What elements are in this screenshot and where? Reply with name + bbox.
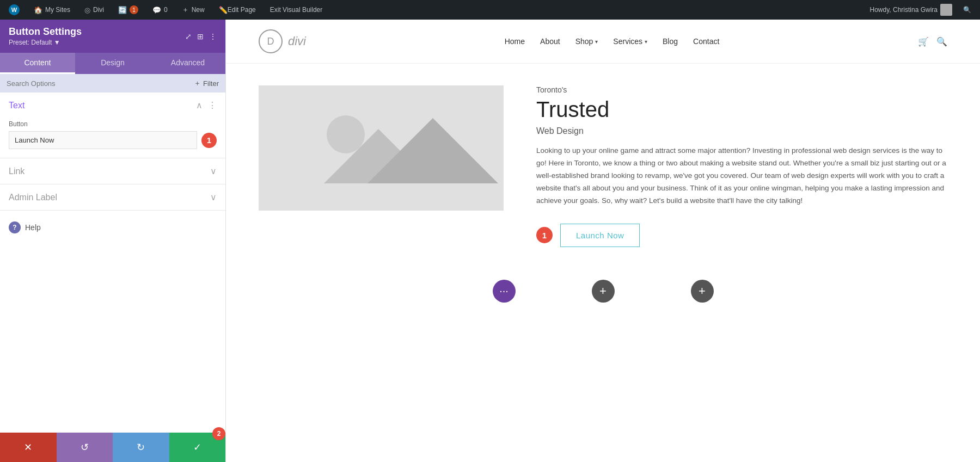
edit-page-button[interactable]: ✏️ Edit Page <box>216 0 259 20</box>
text-section-icons: ∧ ⋮ <box>196 100 217 110</box>
text-section-content: Button 1 <box>0 118 225 158</box>
my-sites-label: My Sites <box>45 6 70 14</box>
howdy-label: Howdy, Christina Gwira <box>870 6 938 14</box>
link-chevron-icon[interactable]: ∨ <box>210 166 217 176</box>
admin-label-section-header[interactable]: Admin Label ∨ <box>0 184 225 210</box>
button-badge: 1 <box>201 133 217 148</box>
svg-point-3 <box>327 115 365 153</box>
new-label: New <box>192 6 205 14</box>
button-text-input[interactable] <box>9 131 197 149</box>
edit-page-label: Edit Page <box>228 6 256 14</box>
save-badge: 2 <box>212 427 225 440</box>
filter-plus-icon: ＋ <box>194 78 201 88</box>
bottom-controls: ··· + + <box>226 269 980 308</box>
exit-label: Exit Visual Builder <box>270 6 323 14</box>
cart-icon[interactable]: 🛒 <box>918 36 929 47</box>
section-more-icon[interactable]: ⋮ <box>208 100 217 110</box>
divi-item[interactable]: ◎ Divi <box>81 0 107 20</box>
text-section-header[interactable]: Text ∧ ⋮ <box>0 93 225 118</box>
text-section: Text ∧ ⋮ Button 1 <box>0 93 225 158</box>
divi-label: Divi <box>93 6 104 14</box>
button-field-row: 1 <box>9 131 217 149</box>
redo-button[interactable]: ↻ <box>113 433 169 462</box>
search-admin-icon: 🔍 <box>963 6 971 14</box>
howdy-item[interactable]: Howdy, Christina Gwira <box>867 0 955 20</box>
placeholder-svg <box>259 85 504 211</box>
page-content: Toronto's Trusted Web Design Looking to … <box>226 64 980 269</box>
nav-shop[interactable]: Shop ▾ <box>575 37 598 46</box>
text-section-title: Text <box>9 101 24 110</box>
comment-count-item[interactable]: 💬 0 <box>149 0 171 20</box>
tab-design[interactable]: Design <box>75 53 150 74</box>
tab-advanced[interactable]: Advanced <box>150 53 225 74</box>
comment-zero: 0 <box>164 6 168 14</box>
search-bar: ＋ Filter <box>0 74 225 93</box>
site-logo: D divi <box>259 29 306 53</box>
panel-header: Button Settings Preset: Default ▼ ⤢ ⊞ ⋮ <box>0 20 225 53</box>
module-options-button[interactable]: ··· <box>493 280 516 303</box>
comments-item[interactable]: 🔄 1 <box>115 0 142 20</box>
main-heading: Trusted <box>536 97 947 122</box>
search-options-input[interactable] <box>7 79 115 88</box>
collapse-icon[interactable]: ∧ <box>196 100 203 110</box>
plus-icon-1: + <box>599 284 607 298</box>
preview-area: D divi Home About Shop ▾ Services ▾ <box>226 20 980 462</box>
admin-label-title: Admin Label <box>9 193 57 202</box>
left-panel: Button Settings Preset: Default ▼ ⤢ ⊞ ⋮ … <box>0 20 226 462</box>
nav-icons: 🛒 🔍 <box>918 36 947 47</box>
admin-bar: W 🏠 My Sites ◎ Divi 🔄 1 💬 0 ＋ New ✏️ Edi… <box>0 0 980 20</box>
panel-header-icons: ⤢ ⊞ ⋮ <box>185 32 217 41</box>
nav-about[interactable]: About <box>540 37 560 46</box>
nav-home[interactable]: Home <box>505 37 525 46</box>
body-text: Looking to up your online game and attra… <box>536 145 947 207</box>
comments-badge: 1 <box>130 5 138 14</box>
expand-icon[interactable]: ⤢ <box>185 32 192 41</box>
save-icon: ✓ <box>193 441 201 453</box>
help-label: Help <box>25 223 41 232</box>
bottom-bar: ✕ ↺ ↻ ✓ 2 <box>0 433 225 462</box>
new-item[interactable]: ＋ New <box>179 0 208 20</box>
content-image <box>259 85 504 211</box>
add-column-button-2[interactable]: + <box>691 280 714 303</box>
main-layout: Button Settings Preset: Default ▼ ⤢ ⊞ ⋮ … <box>0 20 980 462</box>
nav-links: Home About Shop ▾ Services ▾ Blog Contac <box>505 37 720 46</box>
logo-text: divi <box>288 34 306 48</box>
wp-icon-item[interactable]: W <box>5 0 23 20</box>
undo-button[interactable]: ↺ <box>57 433 113 462</box>
help-area: ? Help <box>0 211 225 244</box>
launch-badge: 1 <box>536 227 553 243</box>
cancel-icon: ✕ <box>24 441 32 453</box>
avatar <box>940 4 952 16</box>
link-section-title: Link <box>9 167 24 176</box>
filter-button[interactable]: ＋ Filter <box>194 78 219 88</box>
panel-preset[interactable]: Preset: Default ▼ <box>9 39 82 46</box>
cancel-button[interactable]: ✕ <box>0 433 57 462</box>
panel-header-info: Button Settings Preset: Default ▼ <box>9 26 82 46</box>
panel-title: Button Settings <box>9 26 82 38</box>
nav-services[interactable]: Services ▾ <box>613 37 647 46</box>
shop-chevron-icon: ▾ <box>595 39 598 45</box>
tab-content[interactable]: Content <box>0 53 75 74</box>
nav-contact[interactable]: Contact <box>693 37 719 46</box>
admin-label-chevron-icon[interactable]: ∨ <box>210 192 217 202</box>
link-section-header[interactable]: Link ∨ <box>0 158 225 184</box>
more-icon[interactable]: ⋮ <box>209 32 217 41</box>
exit-visual-builder-button[interactable]: Exit Visual Builder <box>267 0 326 20</box>
admin-bar-right: Howdy, Christina Gwira 🔍 <box>867 0 975 20</box>
help-icon[interactable]: ? <box>9 221 21 233</box>
search-admin-item[interactable]: 🔍 <box>960 0 975 20</box>
undo-icon: ↺ <box>81 441 89 453</box>
logo-circle: D <box>259 29 283 53</box>
admin-label-section: Admin Label ∨ <box>0 184 225 211</box>
tab-bar: Content Design Advanced <box>0 53 225 74</box>
launch-btn-row: 1 Launch Now <box>536 224 947 247</box>
add-column-button-1[interactable]: + <box>592 280 615 303</box>
nav-blog[interactable]: Blog <box>663 37 678 46</box>
launch-now-button[interactable]: Launch Now <box>560 224 640 247</box>
services-chevron-icon: ▾ <box>645 39 647 45</box>
my-sites-item[interactable]: 🏠 My Sites <box>30 0 74 20</box>
button-field-label: Button <box>9 120 217 128</box>
nav-search-icon[interactable]: 🔍 <box>936 36 947 47</box>
grid-icon[interactable]: ⊞ <box>197 32 204 41</box>
site-nav: D divi Home About Shop ▾ Services ▾ <box>226 20 980 64</box>
